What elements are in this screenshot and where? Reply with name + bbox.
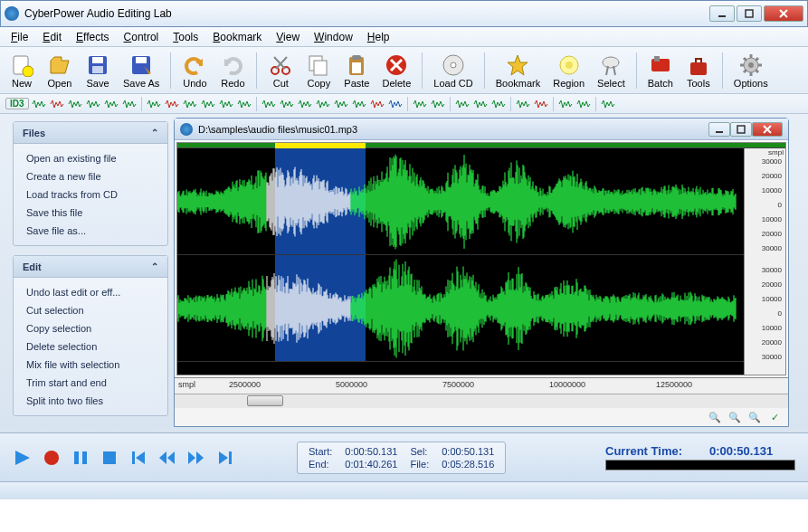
svg-marker-27: [508, 55, 528, 75]
toolbar-save-button[interactable]: Save: [80, 51, 116, 90]
effect-button-1[interactable]: [49, 97, 65, 111]
toolbar-delete-button[interactable]: Delete: [377, 51, 417, 90]
minimize-button[interactable]: [709, 5, 735, 22]
id3-button[interactable]: ID3: [5, 98, 29, 109]
toolbar-batch-button[interactable]: Batch: [642, 51, 679, 90]
menu-bookmark[interactable]: Bookmark: [207, 29, 267, 45]
zoom-out-button[interactable]: 🔍: [727, 410, 743, 424]
doc-minimize-button[interactable]: [708, 122, 730, 137]
effect-button-3[interactable]: [85, 97, 101, 111]
effect-button-16[interactable]: [297, 97, 313, 111]
toolbar-paste-button[interactable]: Paste: [338, 51, 375, 90]
effect-button-34[interactable]: [575, 97, 592, 111]
toolbar-new-button[interactable]: New: [4, 51, 40, 90]
toolbar-region-button[interactable]: Region: [547, 51, 590, 90]
horizontal-scrollbar[interactable]: [175, 394, 788, 408]
skip-end-button[interactable]: [215, 448, 235, 468]
effect-button-20[interactable]: [369, 97, 385, 111]
effect-button-11[interactable]: [218, 97, 234, 111]
menu-control[interactable]: Control: [119, 29, 165, 45]
options-icon: [738, 52, 764, 78]
effect-button-26[interactable]: [454, 97, 471, 111]
doc-maximize-button[interactable]: [730, 122, 752, 137]
toolbar-load-cd-button[interactable]: Load CD: [428, 51, 478, 90]
stop-button[interactable]: [100, 448, 119, 468]
edit-item-3[interactable]: Delete selection: [14, 337, 167, 356]
files-item-3[interactable]: Save this file: [14, 204, 167, 222]
files-panel-header[interactable]: Files ⌃: [14, 122, 167, 144]
toolbar-cut-button[interactable]: Cut: [262, 51, 299, 90]
toolbar-select-button[interactable]: Select: [592, 51, 631, 90]
skip-start-button[interactable]: [128, 448, 148, 468]
waveform-area[interactable]: smpl300002000010000010000200003000030000…: [176, 142, 786, 375]
effect-button-9[interactable]: [182, 97, 198, 111]
play-button[interactable]: [13, 448, 33, 468]
zoom-in-button[interactable]: 🔍: [707, 410, 723, 424]
edit-item-1[interactable]: Cut selection: [14, 301, 167, 319]
delete-icon: [384, 52, 409, 78]
record-button[interactable]: [42, 448, 62, 468]
forward-button[interactable]: [186, 448, 206, 468]
maximize-button[interactable]: [737, 5, 762, 22]
files-item-4[interactable]: Save file as...: [14, 222, 167, 240]
effect-button-28[interactable]: [490, 97, 507, 111]
menu-window[interactable]: Window: [309, 29, 358, 45]
effect-button-33[interactable]: [557, 97, 574, 111]
effect-button-0[interactable]: [31, 97, 47, 111]
edit-item-0[interactable]: Undo last edit or eff...: [14, 283, 167, 301]
effect-button-4[interactable]: [103, 97, 119, 111]
effect-button-17[interactable]: [315, 97, 331, 111]
toolbar-options-button[interactable]: Options: [728, 51, 774, 90]
effect-button-2[interactable]: [67, 97, 83, 111]
effect-button-18[interactable]: [333, 97, 349, 111]
rewind-button[interactable]: [157, 448, 177, 468]
edit-item-6[interactable]: Split into two files: [14, 392, 167, 410]
menu-help[interactable]: Help: [362, 29, 395, 45]
files-item-2[interactable]: Load tracks from CD: [14, 185, 167, 204]
effect-button-15[interactable]: [279, 97, 295, 111]
effect-button-19[interactable]: [351, 97, 367, 111]
menu-tools[interactable]: Tools: [167, 29, 204, 45]
edit-item-5[interactable]: Trim start and end: [14, 374, 167, 392]
toolbar-redo-button[interactable]: Redo: [214, 51, 251, 90]
waveform-channel-left[interactable]: [177, 148, 785, 255]
close-button[interactable]: [764, 5, 803, 22]
menu-file[interactable]: File: [5, 29, 33, 45]
effect-button-30[interactable]: [515, 97, 531, 111]
effect-button-36[interactable]: [600, 97, 616, 111]
effect-button-27[interactable]: [472, 97, 489, 111]
effect-button-21[interactable]: [387, 97, 404, 111]
pause-button[interactable]: [71, 448, 90, 468]
toolbar-save-as-button[interactable]: Save As: [118, 51, 165, 90]
toolbar-undo-button[interactable]: Undo: [176, 51, 213, 90]
effect-button-31[interactable]: [533, 97, 549, 111]
edit-item-2[interactable]: Copy selection: [14, 319, 167, 337]
zoom-selection-button[interactable]: 🔍: [746, 410, 763, 424]
zoom-fit-button[interactable]: ✓: [766, 410, 783, 424]
effect-button-5[interactable]: [121, 97, 138, 111]
scrollbar-thumb[interactable]: [247, 395, 283, 406]
effect-button-23[interactable]: [412, 97, 428, 111]
effect-button-24[interactable]: [430, 97, 446, 111]
menu-effects[interactable]: Effects: [71, 29, 114, 45]
edit-item-4[interactable]: Mix file with selection: [14, 356, 167, 374]
vu-meter: [605, 460, 795, 470]
effect-button-14[interactable]: [261, 97, 277, 111]
menu-view[interactable]: View: [271, 29, 305, 45]
effect-button-7[interactable]: [146, 97, 162, 111]
toolbar-tools-button[interactable]: Tools: [680, 51, 717, 90]
redo-icon: [220, 52, 245, 78]
toolbar-copy-button[interactable]: Copy: [300, 51, 337, 90]
files-item-0[interactable]: Open an existing file: [14, 149, 167, 167]
waveform-channel-right[interactable]: [177, 255, 785, 362]
edit-panel: Edit ⌃ Undo last edit or eff...Cut selec…: [13, 255, 168, 416]
files-item-1[interactable]: Create a new file: [14, 167, 167, 185]
toolbar-open-button[interactable]: Open: [42, 51, 78, 90]
effect-button-10[interactable]: [200, 97, 216, 111]
doc-close-button[interactable]: [752, 122, 783, 137]
effect-button-8[interactable]: [164, 97, 180, 111]
edit-panel-header[interactable]: Edit ⌃: [14, 256, 167, 278]
menu-edit[interactable]: Edit: [37, 29, 67, 45]
effect-button-12[interactable]: [236, 97, 252, 111]
toolbar-bookmark-button[interactable]: Bookmark: [490, 51, 547, 90]
